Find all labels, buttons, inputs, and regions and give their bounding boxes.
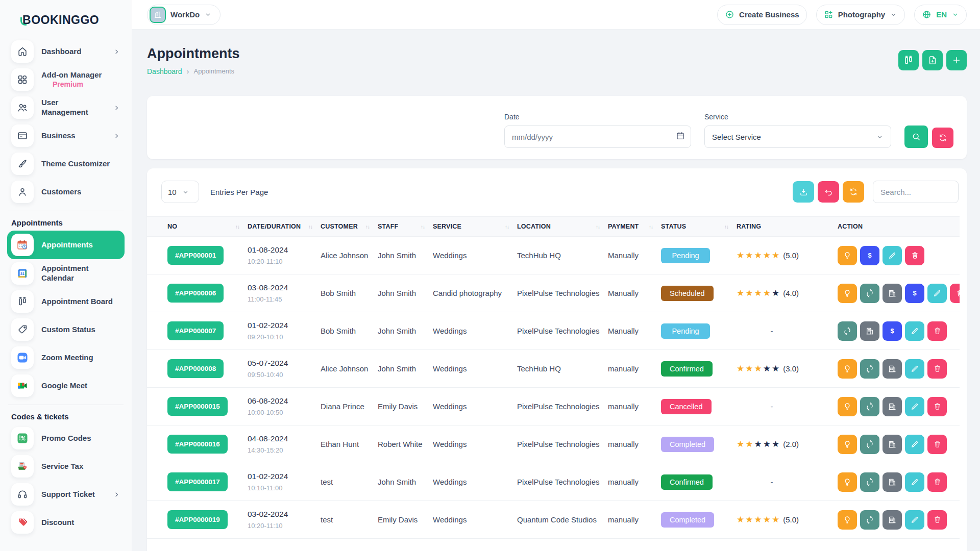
table-search-input[interactable] [873,181,959,203]
sync-action-button[interactable] [860,397,879,416]
staff-cell: Emily Davis [378,402,433,411]
bulb-action-button[interactable] [838,510,857,530]
service-filter-select[interactable]: Select Service [704,126,891,148]
edit-action-button[interactable] [905,359,924,379]
building-action-button[interactable] [883,284,902,303]
sidebar-item-appointment-calendar[interactable]: 31Appointment Calendar [7,260,125,287]
payment-cell: Manually [608,327,661,335]
sidebar-item-dashboard[interactable]: Dashboard [7,38,125,65]
building-action-button[interactable] [883,359,902,379]
sidebar-item-business[interactable]: Business [7,122,125,149]
bulb-action-button[interactable] [838,435,857,454]
edit-action-button[interactable] [905,321,924,341]
sidebar-item-promo-codes[interactable]: Promo Codes [7,424,125,452]
trash-action-button[interactable] [950,284,960,303]
appointment-no-badge[interactable]: #APP0000019 [167,510,228,529]
trash-action-button[interactable] [927,435,947,454]
appointment-no-badge[interactable]: #APP000007 [167,321,224,340]
column-header-date-duration[interactable]: DATE/DURATION↑↓ [248,217,321,236]
breadcrumb-dashboard-link[interactable]: Dashboard [147,67,182,76]
bulb-action-button[interactable] [838,359,857,379]
bulb-action-button[interactable] [838,472,857,492]
edit-action-button[interactable] [927,284,947,303]
trash-action-button[interactable] [927,321,947,341]
sidebar-item-customers[interactable]: Customers [7,178,125,206]
sidebar-item-discount[interactable]: Discount [7,509,125,536]
trash-action-button[interactable] [905,246,924,265]
sidebar-item-appointments[interactable]: Appointments [7,231,125,259]
sidebar-item-google-meet[interactable]: Google Meet [7,372,125,399]
sort-icon[interactable]: ↑↓ [235,224,248,230]
filter-reset-button[interactable] [932,128,953,148]
building-action-button[interactable] [883,435,902,454]
dollar-action-button[interactable]: $ [860,246,879,265]
add-appointment-button[interactable] [946,50,967,70]
bulb-action-button[interactable] [838,246,857,265]
trash-action-button[interactable] [927,472,947,492]
edit-action-button[interactable] [905,435,924,454]
sidebar-item-service-tax[interactable]: Service Tax [7,453,125,480]
sort-icon[interactable]: ↑↓ [649,224,661,230]
sidebar-item-custom-status[interactable]: Custom Status [7,316,125,343]
sync-action-button[interactable] [860,435,879,454]
trash-action-button[interactable] [927,359,947,379]
export-file-button[interactable] [922,50,943,70]
appointment-no-badge[interactable]: #APP0000017 [167,472,228,491]
column-header-payment[interactable]: PAYMENT↑↓ [608,217,661,236]
bulb-action-button[interactable] [838,284,857,303]
business-type-dropdown[interactable]: Photography [816,5,905,25]
sidebar-item-zoom-meeting[interactable]: Zoom Meeting [7,344,125,371]
trash-action-button[interactable] [927,510,947,530]
trash-action-button[interactable] [927,397,947,416]
edit-action-button[interactable] [905,397,924,416]
sync-action-button[interactable] [860,472,879,492]
download-button[interactable] [793,181,814,203]
appointment-no-badge[interactable]: #APP000001 [167,246,224,265]
sync-action-button[interactable] [860,359,879,379]
filter-search-button[interactable] [904,126,928,148]
building-action-button[interactable] [883,472,902,492]
sidebar-item-support-ticket[interactable]: Support Ticket [7,481,125,508]
edit-action-button[interactable] [905,510,924,530]
appointment-no-badge[interactable]: #APP000008 [167,359,224,378]
dollar-action-button[interactable]: $ [883,321,902,341]
sidebar-item-label: Appointment Calendar [41,264,120,283]
column-header-no[interactable]: NO↑↓ [167,217,248,236]
sort-icon[interactable]: ↑↓ [421,224,433,230]
sidebar-item-add-on-manager[interactable]: Add-on ManagerPremium [7,66,125,93]
column-header-service[interactable]: SERVICE↑↓ [433,217,517,236]
sidebar-item-user-management[interactable]: User Management [7,94,125,121]
sync-action-button[interactable] [860,284,879,303]
create-business-button[interactable]: Create Business [717,5,807,25]
sort-icon[interactable]: ↑↓ [505,224,517,230]
appointment-no-badge[interactable]: #APP000006 [167,284,224,303]
sync-action-button[interactable] [860,510,879,530]
sort-icon[interactable]: ↑↓ [596,224,608,230]
column-header-staff[interactable]: STAFF↑↓ [378,217,433,236]
edit-action-button[interactable] [883,246,902,265]
sync-action-button[interactable] [838,321,857,341]
language-dropdown[interactable]: EN [914,5,967,25]
board-view-button[interactable] [898,50,919,70]
bulb-action-button[interactable] [838,397,857,416]
date-filter-input[interactable] [504,126,691,148]
workspace-selector[interactable]: WorkDo [147,5,220,25]
appointment-no-badge[interactable]: #APP0000016 [167,435,228,454]
column-header-location[interactable]: LOCATION↑↓ [517,217,608,236]
building-action-button[interactable] [883,397,902,416]
entries-per-page-select[interactable]: 10 [161,181,199,203]
sort-icon[interactable]: ↑↓ [365,224,378,230]
appointment-no-badge[interactable]: #APP0000015 [167,397,228,416]
undo-button[interactable] [818,181,839,203]
sidebar-item-appointment-board[interactable]: Appointment Board [7,288,125,315]
building-action-button[interactable] [860,321,879,341]
sort-icon[interactable]: ↑↓ [724,224,737,230]
building-action-button[interactable] [883,510,902,530]
dollar-action-button[interactable]: $ [905,284,924,303]
column-header-customer[interactable]: CUSTOMER↑↓ [321,217,378,236]
refresh-button[interactable] [843,181,864,203]
edit-action-button[interactable] [905,472,924,492]
column-header-status[interactable]: STATUS↑↓ [661,217,737,236]
sidebar-item-theme-customizer[interactable]: Theme Customizer [7,150,125,178]
sort-icon[interactable]: ↑↓ [308,224,321,230]
